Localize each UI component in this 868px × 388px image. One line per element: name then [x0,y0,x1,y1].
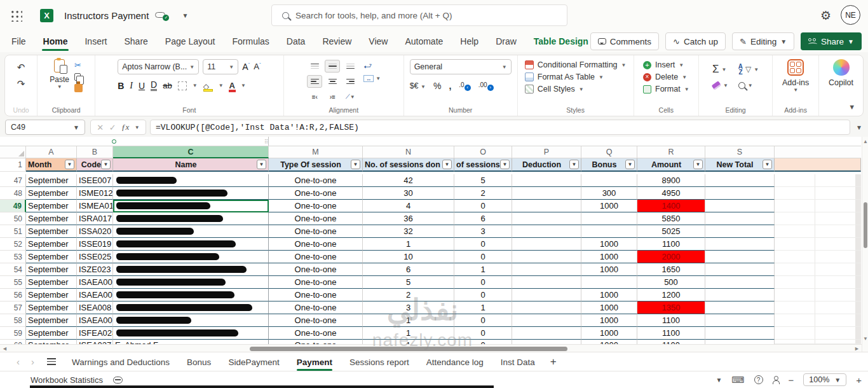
vertical-scroll-thumb[interactable] [864,202,867,248]
cell-deduction[interactable] [512,314,581,327]
cell-month[interactable]: September [26,314,77,327]
row-header-60[interactable]: 60 [0,340,26,344]
format-cells-button[interactable]: Format▼ [643,85,689,94]
cell-session-type[interactable]: One-to-one [269,238,363,251]
keyboard-icon[interactable]: ⌨ [731,375,744,385]
row-header-59[interactable]: 59 [0,327,26,340]
cell-new-total[interactable] [705,327,775,340]
paste-button[interactable]: Paste ▼ [50,59,69,90]
row-header-54[interactable]: 54 [0,263,26,276]
grow-font-button[interactable]: Aˆ [242,62,250,72]
number-format-select[interactable]: General▼ [410,59,512,74]
row-header-48[interactable]: 48 [0,187,26,200]
merge-chevron[interactable]: ▼ [376,76,381,81]
sheet-tab-sidepayment[interactable]: SidePayment [228,353,279,371]
filter-button-icon[interactable]: ▼ [693,160,703,169]
header-cell-of-sessions-n[interactable]: of sessions n▼ [454,158,512,172]
cell-name[interactable] [113,314,269,327]
menu-tab-help[interactable]: Help [460,32,478,50]
cell-code[interactable]: ISRA017 [77,212,113,225]
cell-name[interactable]: E. Ahmed F. [113,340,269,344]
cell-code[interactable]: ISSE019 [77,238,113,251]
editing-mode-button[interactable]: ✎Editing▼ [732,32,794,50]
percent-format-button[interactable]: % [433,81,441,91]
cell-new-total[interactable] [705,200,775,212]
sheet-tab-sessions-report[interactable]: Sessions report [349,353,409,371]
cell-sessions-not-done[interactable]: 3 [454,225,512,238]
cell-session-type[interactable]: One-to-one [269,263,363,276]
cell-month[interactable]: September [26,225,77,238]
cell-filler[interactable] [775,314,861,327]
cell-deduction[interactable] [512,238,581,251]
cell-new-total[interactable] [705,212,775,225]
header-cell-month[interactable]: Month▼ [26,158,77,172]
all-sheets-menu-icon[interactable] [47,358,56,365]
cell-sessions-not-done[interactable]: 0 [454,340,512,344]
filter-button-icon[interactable]: ▼ [101,160,111,169]
row-header-57[interactable]: 57 [0,301,26,314]
cell-sessions-done[interactable]: 30 [363,187,454,200]
cell-session-type[interactable]: One-to-one [269,174,363,187]
borders-chevron[interactable]: ▼ [193,83,198,88]
cell-new-total[interactable] [705,174,775,187]
column-header-A[interactable]: A [26,146,77,158]
menu-tab-draw[interactable]: Draw [496,32,517,50]
zoom-level-select[interactable]: 100%▼ [803,373,846,386]
format-as-table-button[interactable]: Format As Table▼ [525,73,604,81]
cell-new-total[interactable] [705,225,775,238]
cell-deduction[interactable] [512,301,581,314]
align-middle-button[interactable] [325,60,340,73]
status-chevron-icon[interactable]: ▼ [715,377,722,384]
align-center-button[interactable] [325,75,340,88]
fill-color-button[interactable]: ◇ [203,81,213,90]
cell-sessions-done[interactable]: 4 [363,200,454,212]
cell-name[interactable] [113,263,269,276]
cell-name[interactable] [113,187,269,200]
cell-bonus[interactable]: 1000 [581,327,637,340]
increase-indent-button[interactable]: ›≡ [325,90,340,103]
cell-name[interactable] [113,174,269,187]
cell-code[interactable]: ISZE023 [77,263,113,276]
cell-sessions-not-done[interactable]: 0 [454,251,512,263]
align-bottom-button[interactable] [342,60,358,73]
cell-code[interactable]: ISAEA001 [77,314,113,327]
cell-amount[interactable]: 500 [637,276,705,289]
menu-tab-table-design[interactable]: Table Design [534,32,588,50]
header-cell-code[interactable]: Code▼ [77,158,113,172]
cell-filler[interactable] [775,238,861,251]
expand-formula-bar-chevron[interactable]: ▼ [856,124,862,131]
cell-month[interactable]: September [26,238,77,251]
filter-button-icon[interactable]: ▼ [569,160,579,169]
filter-button-icon[interactable]: ▼ [351,160,360,169]
sheet-tab-warnings-and-deductions[interactable]: Warnings and Deductions [72,353,170,371]
cell-sessions-done[interactable]: 32 [363,225,454,238]
cell-month[interactable]: September [26,187,77,200]
cell-filler[interactable] [775,251,861,263]
cell-month[interactable]: September [26,263,77,276]
cell-amount[interactable]: 8900 [637,174,705,187]
title-chevron-icon[interactable]: ▼ [182,12,188,19]
column-header-R[interactable]: R [637,146,705,158]
currency-format-button[interactable]: $€ ▼ [410,81,426,90]
cell-code[interactable]: ISAEA006 [77,289,113,301]
cell-code[interactable]: ISME012 [77,187,113,200]
addins-button[interactable]: Add-ins ▼ [782,59,809,93]
cell-filler[interactable] [775,174,861,187]
cell-deduction[interactable] [512,289,581,301]
borders-button[interactable] [178,81,187,90]
filter-button-icon[interactable]: ▼ [65,160,74,169]
cell-name[interactable] [113,225,269,238]
vertical-scrollbar[interactable]: ▲ ▼ [862,137,868,352]
cell-deduction[interactable] [512,251,581,263]
cell-bonus[interactable] [581,276,637,289]
cell-sessions-not-done[interactable]: 5 [454,174,512,187]
column-header-O[interactable]: O [454,146,512,158]
header-filler-cell[interactable] [775,158,861,172]
cell-sessions-not-done[interactable]: 2 [454,187,512,200]
align-top-button[interactable] [307,60,322,73]
next-sheet-arrow-icon[interactable]: › [31,356,34,367]
delete-cells-button[interactable]: ×Delete▼ [643,73,687,81]
catch-up-button[interactable]: ∿Catch up [665,32,726,50]
find-select-button[interactable]: ▼ [738,82,759,89]
cell-name[interactable] [113,289,269,301]
